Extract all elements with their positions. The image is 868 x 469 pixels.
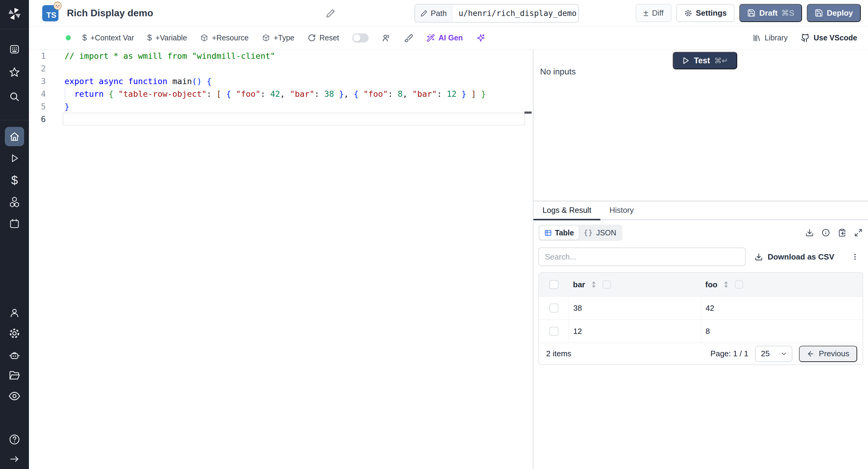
table-cell: 42 [701, 296, 863, 319]
result-actions [805, 228, 863, 237]
user-icon[interactable] [9, 307, 20, 319]
row-checkbox[interactable] [550, 304, 558, 313]
script-language-badge: TS [42, 5, 59, 22]
code-text: } [46, 102, 69, 111]
row-checkbox[interactable] [550, 327, 558, 336]
right-panel: Test ⌘↵ No inputs Logs & Result History [533, 50, 868, 469]
add-resource-button[interactable]: +Resource [200, 33, 249, 42]
deploy-button[interactable]: Deploy [807, 4, 861, 22]
diff-mode-toggle[interactable] [352, 33, 369, 42]
info-icon[interactable] [822, 228, 830, 237]
expand-sidebar-arrow-icon[interactable] [9, 454, 20, 465]
add-context-var-button[interactable]: $ +Context Var [82, 33, 134, 42]
code-line[interactable]: 1// import * as wmill from "windmill-cli… [29, 50, 533, 62]
save-floppy-icon [747, 9, 755, 17]
header-actions: ± Diff Settings [636, 4, 861, 22]
sort-icon[interactable] [590, 281, 598, 288]
editor-code: 1// import * as wmill from "windmill-cli… [29, 50, 533, 125]
script-emoji-icon [53, 0, 63, 10]
search-icon[interactable] [9, 91, 20, 102]
apps-icon[interactable] [9, 43, 20, 55]
users-icon[interactable] [382, 33, 391, 42]
favorites-star-icon[interactable] [8, 66, 21, 79]
view-json-button[interactable]: {} JSON [579, 226, 621, 240]
windmill-logo-icon[interactable] [7, 6, 22, 22]
column-header-bar[interactable]: bar [569, 280, 701, 289]
path-label: Path [415, 4, 453, 22]
expand-fullscreen-icon[interactable] [854, 228, 863, 237]
sidebar-item-schedules-calendar-icon[interactable] [9, 218, 20, 229]
table-row[interactable]: 128 [539, 319, 863, 343]
tab-logs-and-result[interactable]: Logs & Result [533, 201, 600, 219]
code-line[interactable]: 4 return { "table-row-object": [ { "foo"… [29, 87, 533, 100]
column-header-foo[interactable]: foo [701, 280, 863, 289]
add-type-button[interactable]: +Type [262, 33, 294, 42]
code-line[interactable]: 3export async function main() { [29, 75, 533, 87]
format-brush-icon[interactable] [404, 33, 413, 42]
sparkles-icon[interactable] [476, 33, 485, 42]
path-field[interactable]: Path u/henri/rich_display_demo [414, 4, 579, 23]
reset-button[interactable]: Reset [308, 33, 339, 42]
ai-gen-button[interactable]: AI Gen [427, 33, 463, 42]
dollar-icon: $ [147, 33, 152, 42]
inputs-area: Test ⌘↵ No inputs [533, 50, 868, 201]
plus-minus-icon: ± [644, 8, 648, 18]
sidebar-item-runs-play-icon[interactable] [9, 153, 20, 164]
play-icon [682, 57, 689, 64]
sidebar-item-variables-dollar-icon[interactable]: $ [11, 174, 18, 187]
code-text: return { "table-row-object": [ { "foo": … [46, 89, 486, 99]
code-editor[interactable]: 1// import * as wmill from "windmill-cli… [29, 50, 533, 469]
help-icon[interactable] [8, 433, 21, 445]
table-body: 3842128 [539, 296, 863, 343]
test-button[interactable]: Test ⌘↵ [673, 52, 737, 69]
use-vscode-button[interactable]: Use VScode [801, 33, 857, 42]
main-area: TS Rich Display demo [29, 0, 868, 469]
library-button[interactable]: Library [752, 33, 787, 42]
sidebar-item-home[interactable] [5, 127, 24, 146]
line-number: 4 [29, 89, 46, 99]
edit-path-pencil-icon [421, 10, 428, 17]
sort-icon[interactable] [722, 281, 730, 288]
header: TS Rich Display demo [29, 0, 868, 27]
code-line[interactable]: 6 [29, 113, 533, 125]
line-number: 5 [29, 102, 46, 111]
diff-button[interactable]: ± Diff [636, 4, 672, 22]
settings-button[interactable]: Settings [676, 4, 735, 22]
sidebar-divider [0, 29, 29, 29]
settings-gear-icon[interactable] [8, 327, 21, 339]
tab-history[interactable]: History [600, 201, 643, 219]
table-icon [544, 229, 552, 237]
column-filter-checkbox[interactable] [735, 280, 743, 289]
table-search-row: Download as CSV [538, 247, 863, 266]
code-line[interactable]: 2 [29, 62, 533, 75]
line-number: 1 [29, 51, 46, 61]
previous-page-button[interactable]: Previous [799, 346, 857, 362]
copy-clipboard-icon[interactable] [838, 228, 846, 237]
table-cell: 12 [569, 320, 701, 343]
result-toolbar: Table {} JSON [533, 224, 868, 241]
edit-summary-pencil-icon[interactable] [326, 8, 336, 18]
more-options-kebab-icon[interactable] [851, 253, 859, 261]
download-result-icon[interactable] [805, 228, 814, 237]
draft-button[interactable]: Draft ⌘S [739, 4, 802, 22]
gear-icon [684, 9, 692, 17]
download-csv-button[interactable]: Download as CSV [755, 252, 834, 262]
page-size-select[interactable]: 25 [755, 346, 792, 362]
view-table-button[interactable]: Table [539, 226, 579, 240]
table-footer: 2 items Page: 1 / 1 25 [539, 343, 863, 365]
code-text: // import * as wmill from "windmill-clie… [46, 51, 275, 61]
table-header: bar foo [539, 273, 863, 296]
folders-icon[interactable] [8, 369, 21, 381]
select-all-checkbox[interactable] [550, 280, 558, 289]
test-shortcut: ⌘↵ [714, 56, 728, 65]
sidebar-item-resources-cubes-icon[interactable] [8, 196, 21, 208]
column-filter-checkbox[interactable] [602, 280, 611, 289]
audit-eye-icon[interactable] [8, 390, 21, 402]
path-value: u/henri/rich_display_demo [453, 4, 579, 22]
code-line[interactable]: 5} [29, 100, 533, 113]
code-text: export async function main() { [46, 76, 212, 86]
table-row[interactable]: 3842 [539, 296, 863, 319]
workers-robot-icon[interactable] [8, 349, 21, 361]
search-input[interactable] [538, 247, 746, 266]
add-variable-button[interactable]: $ +Variable [147, 33, 187, 42]
